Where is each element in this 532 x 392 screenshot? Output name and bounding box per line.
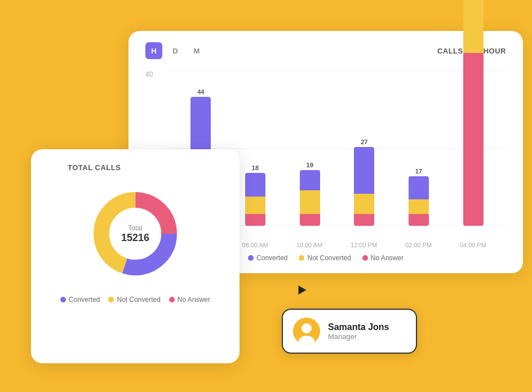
bar-group-2: 19 (300, 162, 320, 226)
donut-legend: Converted Not Converted No Answer (60, 296, 210, 304)
bar-stack-2 (300, 170, 320, 226)
donut-container: Total 15216 (85, 183, 186, 284)
legend-dot-converted (248, 255, 254, 261)
donut-legend-label-not-converted: Not Converted (117, 296, 160, 304)
bar-group-1: 18 (245, 164, 265, 226)
bar-group-4: 17 (409, 168, 429, 226)
x-label-1: 08:00 AM (242, 242, 268, 248)
x-label-5: 04:00 PM (460, 242, 486, 248)
svg-point-1 (302, 323, 312, 333)
profile-name: Samanta Jons (328, 322, 389, 332)
time-btn-m[interactable]: M (188, 42, 205, 59)
x-label-4: 02:00 PM (405, 242, 432, 248)
donut-center-label: Total (121, 224, 149, 232)
legend-dot-no-answer (362, 255, 368, 261)
profile-card: Samanta Jons Manager (282, 309, 417, 354)
bar-segment-not-converted-5 (463, 0, 484, 53)
bar-segment-converted-0 (190, 97, 211, 155)
profile-avatar (293, 318, 320, 345)
bar-segment-no-answer-3 (354, 214, 374, 226)
donut-legend-dot-no-answer (169, 297, 175, 302)
bar-value-3: 27 (361, 139, 367, 145)
bar-value-2: 19 (307, 162, 313, 168)
profile-role: Manager (328, 332, 389, 341)
donut-center: Total 15216 (121, 224, 149, 244)
legend-not-converted: Not Converted (299, 254, 351, 262)
donut-chart-card: TOTAL CALLS Total 15216 Converted Not Co… (31, 149, 240, 363)
cursor-pointer (295, 286, 307, 297)
bar-group-3: 27 (354, 139, 374, 226)
time-buttons[interactable]: H D M (145, 42, 205, 59)
x-label-3: 12:00 PM (351, 242, 377, 248)
bar-segment-converted-1 (245, 173, 265, 197)
bar-value-4: 17 (415, 168, 422, 175)
donut-legend-dot-converted (60, 297, 66, 302)
bar-segment-converted-4 (409, 176, 429, 199)
bar-value-0: 44 (197, 88, 204, 95)
donut-legend-no-answer: No Answer (169, 296, 210, 304)
bar-stack-4 (409, 176, 429, 226)
bar-segment-not-converted-3 (354, 194, 374, 214)
legend-label-converted: Converted (256, 254, 287, 262)
bar-stack-1 (245, 173, 265, 226)
donut-chart-title: TOTAL CALLS (68, 163, 121, 172)
bar-segment-not-converted-1 (245, 197, 265, 214)
avatar-icon (293, 318, 320, 345)
y-label-40: 40 (145, 70, 153, 78)
bar-chart-header: H D M CALLS BY : HOUR (145, 42, 506, 59)
time-btn-h[interactable]: H (145, 42, 162, 59)
donut-legend-label-converted: Converted (69, 296, 100, 304)
bar-group-5: 99 (463, 0, 484, 226)
bar-segment-no-answer-1 (245, 214, 265, 226)
donut-legend-dot-not-converted (108, 297, 114, 302)
bar-segment-no-answer-5 (463, 53, 484, 226)
donut-center-value: 15216 (121, 232, 149, 244)
bar-segment-converted-2 (300, 170, 320, 190)
donut-legend-converted: Converted (60, 296, 100, 304)
bar-segment-no-answer-4 (409, 214, 429, 226)
bar-value-1: 18 (252, 164, 259, 171)
legend-label-no-answer: No Answer (371, 254, 404, 262)
profile-info: Samanta Jons Manager (328, 322, 389, 341)
legend-label-not-converted: Not Converted (307, 254, 351, 262)
bar-segment-no-answer-2 (300, 214, 320, 226)
bar-stack-3 (354, 147, 374, 226)
legend-no-answer: No Answer (362, 254, 404, 262)
bar-segment-converted-3 (354, 147, 374, 194)
legend-converted: Converted (248, 254, 287, 262)
x-label-2: 10:00 AM (296, 242, 322, 248)
bar-segment-not-converted-4 (409, 199, 429, 214)
bar-stack-5 (463, 0, 484, 226)
legend-dot-not-converted (299, 255, 304, 261)
donut-legend-not-converted: Not Converted (108, 296, 160, 304)
donut-legend-label-no-answer: No Answer (178, 296, 210, 304)
time-btn-d[interactable]: D (167, 42, 184, 59)
bar-segment-not-converted-2 (300, 190, 320, 214)
